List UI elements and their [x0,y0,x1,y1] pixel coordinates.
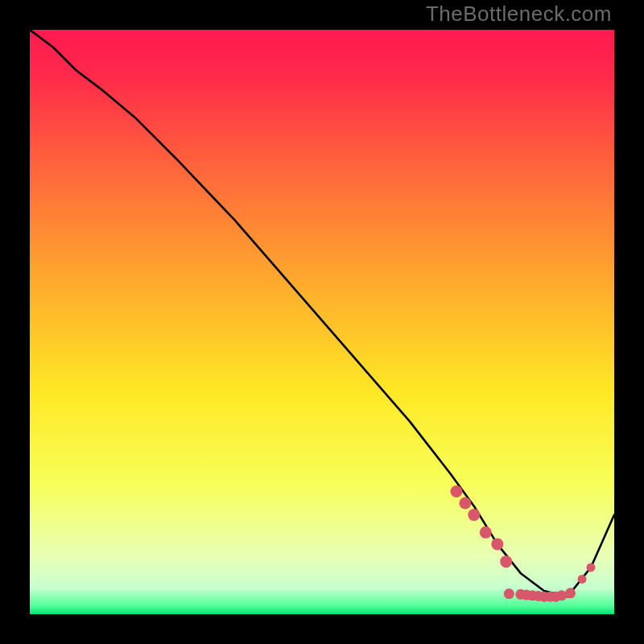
marker-dot [504,588,514,599]
plot-area [30,30,614,614]
marker-dot [556,590,567,601]
marker-dot [491,538,503,550]
marker-dot [565,588,576,598]
marker-dot [459,497,471,510]
marker-dot [480,526,492,539]
watermark-text: TheBottleneck.com [426,2,612,27]
marker-dot [586,563,595,572]
chart-svg [30,30,614,614]
marker-dot [450,485,462,497]
marker-dot [500,555,512,568]
marker-dot [578,575,587,584]
chart-stage: TheBottleneck.com [0,0,644,644]
marker-dot [468,509,480,521]
